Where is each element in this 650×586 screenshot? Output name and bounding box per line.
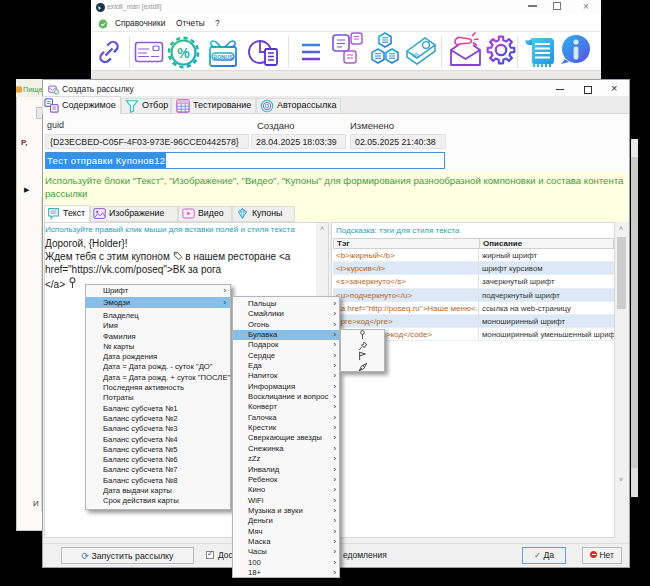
svg-text:%: % bbox=[411, 50, 421, 61]
svg-text:BONUS: BONUS bbox=[213, 54, 233, 60]
svg-text:%: % bbox=[177, 45, 190, 61]
